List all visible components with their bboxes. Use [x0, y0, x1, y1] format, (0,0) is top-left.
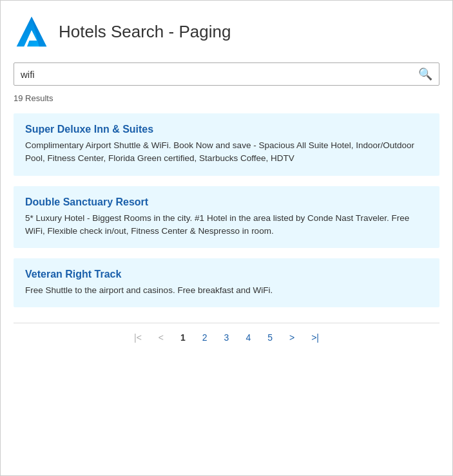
search-input[interactable]: [21, 69, 418, 80]
result-card-2: Veteran Right Track Free Shuttle to the …: [14, 258, 439, 307]
result-card-0: Super Deluxe Inn & Suites Complimentary …: [14, 113, 439, 176]
pagination: |< < 1 2 3 4 5 > >|: [14, 323, 439, 345]
results-list: Super Deluxe Inn & Suites Complimentary …: [14, 113, 439, 307]
page-title: Hotels Search - Paging: [59, 22, 231, 42]
pagination-prev[interactable]: <: [153, 330, 169, 345]
pagination-page-2[interactable]: 2: [197, 330, 213, 345]
pagination-page-1[interactable]: 1: [175, 330, 191, 345]
result-title-1[interactable]: Double Sanctuary Resort: [25, 196, 428, 208]
result-description-0: Complimentary Airport Shuttle & WiFi. Bo…: [25, 139, 428, 166]
result-description-1: 5* Luxury Hotel - Biggest Rooms in the c…: [25, 212, 428, 238]
results-count: 19 Results: [14, 93, 439, 103]
result-card-1: Double Sanctuary Resort 5* Luxury Hotel …: [14, 186, 439, 249]
search-bar: 🔍: [14, 62, 439, 86]
result-title-2[interactable]: Veteran Right Track: [25, 269, 428, 280]
pagination-page-3[interactable]: 3: [219, 330, 235, 345]
result-description-2: Free Shuttle to the airport and casinos.…: [25, 284, 428, 297]
pagination-first[interactable]: |<: [129, 330, 147, 345]
pagination-page-4[interactable]: 4: [240, 330, 256, 345]
pagination-last[interactable]: >|: [306, 330, 324, 345]
azure-logo: [14, 14, 50, 50]
result-title-0[interactable]: Super Deluxe Inn & Suites: [25, 124, 428, 135]
pagination-next[interactable]: >: [284, 330, 300, 345]
pagination-page-5[interactable]: 5: [262, 330, 278, 345]
search-icon[interactable]: 🔍: [418, 67, 432, 81]
header: Hotels Search - Paging: [14, 14, 439, 50]
